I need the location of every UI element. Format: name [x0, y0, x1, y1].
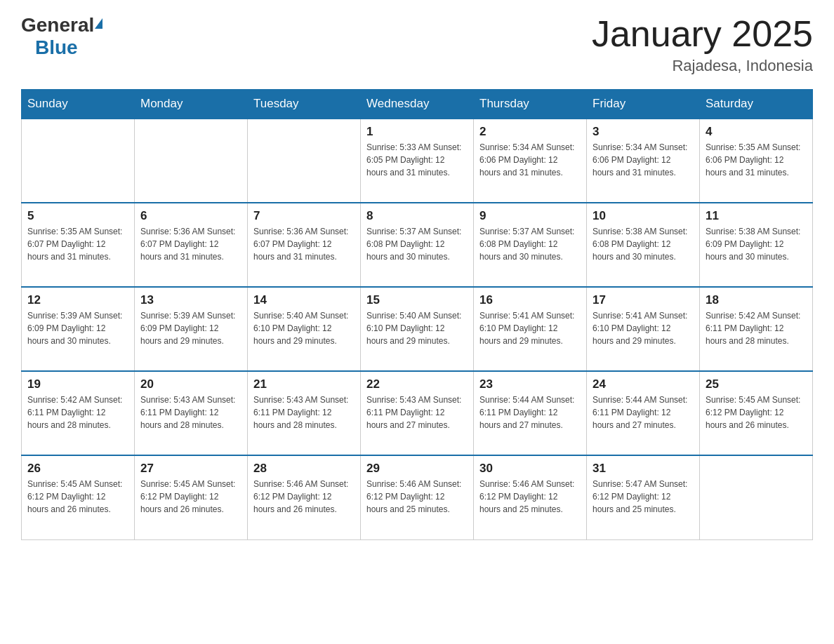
calendar-cell: 25Sunrise: 5:45 AM Sunset: 6:12 PM Dayli… [700, 371, 813, 455]
calendar-cell [135, 119, 248, 203]
calendar-cell: 10Sunrise: 5:38 AM Sunset: 6:08 PM Dayli… [587, 203, 700, 287]
day-number: 14 [253, 293, 355, 307]
weekday-header-wednesday: Wednesday [361, 90, 474, 119]
weekday-header-friday: Friday [587, 90, 700, 119]
day-number: 29 [366, 462, 468, 476]
day-number: 10 [593, 209, 694, 223]
day-info: Sunrise: 5:36 AM Sunset: 6:07 PM Dayligh… [253, 225, 355, 263]
day-number: 31 [593, 462, 694, 476]
day-info: Sunrise: 5:44 AM Sunset: 6:11 PM Dayligh… [593, 394, 694, 431]
day-info: Sunrise: 5:36 AM Sunset: 6:07 PM Dayligh… [140, 225, 241, 263]
day-info: Sunrise: 5:40 AM Sunset: 6:10 PM Dayligh… [253, 309, 355, 347]
calendar-cell: 13Sunrise: 5:39 AM Sunset: 6:09 PM Dayli… [135, 287, 248, 371]
calendar-cell: 2Sunrise: 5:34 AM Sunset: 6:06 PM Daylig… [474, 119, 587, 203]
calendar-cell: 3Sunrise: 5:34 AM Sunset: 6:06 PM Daylig… [587, 119, 700, 203]
day-number: 21 [253, 377, 355, 391]
day-info: Sunrise: 5:45 AM Sunset: 6:12 PM Dayligh… [140, 478, 241, 516]
calendar-cell: 26Sunrise: 5:45 AM Sunset: 6:12 PM Dayli… [22, 455, 135, 539]
day-number: 23 [479, 377, 581, 391]
calendar-body: 1Sunrise: 5:33 AM Sunset: 6:05 PM Daylig… [22, 119, 813, 539]
calendar-cell: 30Sunrise: 5:46 AM Sunset: 6:12 PM Dayli… [474, 455, 587, 539]
calendar-cell: 14Sunrise: 5:40 AM Sunset: 6:10 PM Dayli… [248, 287, 361, 371]
logo-general-text: General [21, 14, 94, 36]
calendar-cell: 29Sunrise: 5:46 AM Sunset: 6:12 PM Dayli… [361, 455, 474, 539]
day-number: 2 [479, 125, 581, 139]
calendar-week-row: 5Sunrise: 5:35 AM Sunset: 6:07 PM Daylig… [22, 203, 813, 287]
day-info: Sunrise: 5:39 AM Sunset: 6:09 PM Dayligh… [140, 309, 241, 347]
calendar-cell: 18Sunrise: 5:42 AM Sunset: 6:11 PM Dayli… [700, 287, 813, 371]
calendar-cell: 31Sunrise: 5:47 AM Sunset: 6:12 PM Dayli… [587, 455, 700, 539]
calendar-cell: 11Sunrise: 5:38 AM Sunset: 6:09 PM Dayli… [700, 203, 813, 287]
weekday-header-thursday: Thursday [474, 90, 587, 119]
day-number: 26 [27, 462, 128, 476]
day-info: Sunrise: 5:37 AM Sunset: 6:08 PM Dayligh… [479, 225, 581, 263]
calendar-cell: 20Sunrise: 5:43 AM Sunset: 6:11 PM Dayli… [135, 371, 248, 455]
day-number: 24 [593, 377, 694, 391]
day-info: Sunrise: 5:41 AM Sunset: 6:10 PM Dayligh… [593, 309, 694, 347]
calendar-cell: 1Sunrise: 5:33 AM Sunset: 6:05 PM Daylig… [361, 119, 474, 203]
day-number: 5 [27, 209, 128, 223]
day-info: Sunrise: 5:43 AM Sunset: 6:11 PM Dayligh… [366, 394, 468, 431]
day-number: 6 [140, 209, 241, 223]
day-info: Sunrise: 5:41 AM Sunset: 6:10 PM Dayligh… [479, 309, 581, 347]
day-number: 22 [366, 377, 468, 391]
logo: General Blue [21, 14, 102, 59]
calendar-header: SundayMondayTuesdayWednesdayThursdayFrid… [22, 90, 813, 119]
calendar-week-row: 19Sunrise: 5:42 AM Sunset: 6:11 PM Dayli… [22, 371, 813, 455]
calendar-subtitle: Rajadesa, Indonesia [592, 57, 813, 75]
day-info: Sunrise: 5:35 AM Sunset: 6:06 PM Dayligh… [706, 141, 807, 179]
calendar-cell: 9Sunrise: 5:37 AM Sunset: 6:08 PM Daylig… [474, 203, 587, 287]
calendar-cell: 21Sunrise: 5:43 AM Sunset: 6:11 PM Dayli… [248, 371, 361, 455]
calendar-cell: 16Sunrise: 5:41 AM Sunset: 6:10 PM Dayli… [474, 287, 587, 371]
day-info: Sunrise: 5:37 AM Sunset: 6:08 PM Dayligh… [366, 225, 468, 263]
calendar-cell: 15Sunrise: 5:40 AM Sunset: 6:10 PM Dayli… [361, 287, 474, 371]
day-number: 30 [479, 462, 581, 476]
weekday-header-row: SundayMondayTuesdayWednesdayThursdayFrid… [22, 90, 813, 119]
weekday-header-tuesday: Tuesday [248, 90, 361, 119]
calendar-cell: 17Sunrise: 5:41 AM Sunset: 6:10 PM Dayli… [587, 287, 700, 371]
day-info: Sunrise: 5:34 AM Sunset: 6:06 PM Dayligh… [479, 141, 581, 179]
day-info: Sunrise: 5:42 AM Sunset: 6:11 PM Dayligh… [27, 394, 128, 431]
calendar-cell: 24Sunrise: 5:44 AM Sunset: 6:11 PM Dayli… [587, 371, 700, 455]
calendar-week-row: 12Sunrise: 5:39 AM Sunset: 6:09 PM Dayli… [22, 287, 813, 371]
day-number: 20 [140, 377, 241, 391]
calendar-cell: 8Sunrise: 5:37 AM Sunset: 6:08 PM Daylig… [361, 203, 474, 287]
day-number: 18 [706, 293, 807, 307]
day-number: 19 [27, 377, 128, 391]
day-number: 9 [479, 209, 581, 223]
day-number: 25 [706, 377, 807, 391]
day-number: 13 [140, 293, 241, 307]
day-info: Sunrise: 5:39 AM Sunset: 6:09 PM Dayligh… [27, 309, 128, 347]
day-number: 12 [27, 293, 128, 307]
day-number: 7 [253, 209, 355, 223]
calendar-cell [248, 119, 361, 203]
day-number: 27 [140, 462, 241, 476]
title-section: January 2025 Rajadesa, Indonesia [592, 14, 813, 75]
weekday-header-sunday: Sunday [22, 90, 135, 119]
weekday-header-saturday: Saturday [700, 90, 813, 119]
calendar-cell: 19Sunrise: 5:42 AM Sunset: 6:11 PM Dayli… [22, 371, 135, 455]
calendar-week-row: 1Sunrise: 5:33 AM Sunset: 6:05 PM Daylig… [22, 119, 813, 203]
day-number: 17 [593, 293, 694, 307]
day-info: Sunrise: 5:35 AM Sunset: 6:07 PM Dayligh… [27, 225, 128, 263]
day-info: Sunrise: 5:45 AM Sunset: 6:12 PM Dayligh… [27, 478, 128, 516]
day-info: Sunrise: 5:33 AM Sunset: 6:05 PM Dayligh… [366, 141, 468, 179]
day-number: 16 [479, 293, 581, 307]
day-number: 4 [706, 125, 807, 139]
day-info: Sunrise: 5:47 AM Sunset: 6:12 PM Dayligh… [593, 478, 694, 516]
calendar-cell: 12Sunrise: 5:39 AM Sunset: 6:09 PM Dayli… [22, 287, 135, 371]
day-info: Sunrise: 5:44 AM Sunset: 6:11 PM Dayligh… [479, 394, 581, 431]
day-number: 28 [253, 462, 355, 476]
day-info: Sunrise: 5:45 AM Sunset: 6:12 PM Dayligh… [706, 394, 807, 431]
day-info: Sunrise: 5:38 AM Sunset: 6:08 PM Dayligh… [593, 225, 694, 263]
day-number: 8 [366, 209, 468, 223]
day-info: Sunrise: 5:43 AM Sunset: 6:11 PM Dayligh… [140, 394, 241, 431]
day-info: Sunrise: 5:34 AM Sunset: 6:06 PM Dayligh… [593, 141, 694, 179]
calendar-cell: 7Sunrise: 5:36 AM Sunset: 6:07 PM Daylig… [248, 203, 361, 287]
calendar-week-row: 26Sunrise: 5:45 AM Sunset: 6:12 PM Dayli… [22, 455, 813, 539]
calendar-cell: 5Sunrise: 5:35 AM Sunset: 6:07 PM Daylig… [22, 203, 135, 287]
day-number: 15 [366, 293, 468, 307]
day-info: Sunrise: 5:40 AM Sunset: 6:10 PM Dayligh… [366, 309, 468, 347]
logo-arrow-icon [95, 18, 102, 29]
calendar-cell [700, 455, 813, 539]
